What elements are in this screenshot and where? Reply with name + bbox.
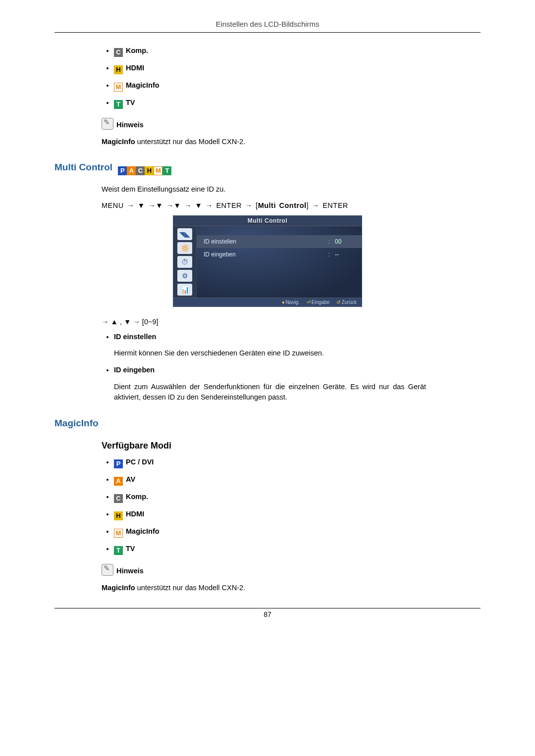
right-arrow-icon: →: [245, 202, 253, 209]
badge-h-icon: H: [114, 65, 123, 74]
mode-badge-strip: PACHMT: [118, 163, 171, 175]
note-bold: MagicInfo: [102, 138, 135, 146]
multi-intro: Weist dem Einstellungssatz eine ID zu.: [102, 184, 481, 195]
section-magicinfo: MagicInfo: [54, 418, 481, 429]
osd-row-value: --: [335, 251, 355, 258]
list-item: TTV: [114, 99, 481, 109]
right-arrow-icon: →: [184, 202, 192, 209]
page-number: 87: [54, 610, 481, 618]
osd-footer: ♦Navig. ⏎Eingabe ↺Zurück: [173, 298, 362, 306]
note-bold: MagicInfo: [102, 584, 135, 592]
badge-p-icon: P: [114, 459, 123, 468]
badge-a-icon: A: [114, 477, 123, 486]
osd-icon: ⚙: [177, 270, 192, 282]
list-item: MMagicInfo: [114, 527, 481, 538]
badge-m-icon: M: [114, 529, 123, 538]
note-text: MagicInfo unterstützt nur das Modell CXN…: [102, 137, 481, 147]
page-header: Einstellen des LCD-Bildschirms: [54, 20, 481, 31]
list-item: ID einstellen: [114, 333, 481, 341]
down-arrow-icon: ▼: [156, 202, 163, 209]
note-heading: Hinweis: [102, 564, 481, 576]
osd-back-icon: ↺: [336, 300, 340, 305]
osd-row: ID eingeben : --: [204, 248, 355, 261]
osd-enter-icon: ⏎: [307, 300, 311, 305]
osd-icon: 🔆: [177, 242, 192, 254]
mode-label: AV: [126, 475, 135, 483]
list-item: TTV: [114, 545, 481, 555]
note-text: MagicInfo unterstützt nur das Modell CXN…: [102, 583, 481, 593]
option-heading: ID eingeben: [114, 366, 155, 374]
list-item: ID eingeben: [114, 366, 481, 374]
path-multi-label: Multi Control: [258, 202, 307, 209]
badge-m-icon: M: [114, 83, 123, 92]
mode-label: TV: [126, 545, 135, 553]
badge-t-icon: T: [162, 166, 171, 175]
path-seg: ]: [307, 202, 309, 209]
badge-h-icon: H: [114, 511, 123, 520]
path-seg: ENTER: [216, 202, 242, 209]
note-icon: [102, 564, 113, 576]
osd-icon: 📊: [177, 284, 192, 296]
note-heading: Hinweis: [102, 118, 481, 130]
path-seg: MENU →: [102, 202, 134, 209]
osd-colon: :: [328, 238, 330, 245]
right-arrow-icon: →: [148, 202, 156, 209]
arrows-range-line: → ▲ , ▼ → [0~9]: [102, 318, 481, 326]
section-multi-control: Multi Control PACHMT: [54, 162, 481, 175]
mode-label: HDMI: [126, 510, 144, 518]
mode-label: MagicInfo: [126, 81, 160, 89]
osd-foot-label: Zurück: [341, 300, 357, 305]
osd-row-label: ID einstellen: [204, 238, 328, 245]
osd-icon: ⏱: [177, 256, 192, 268]
badge-h-icon: H: [145, 166, 154, 175]
right-arrow-icon: →: [206, 202, 213, 209]
rule-bottom: [54, 608, 481, 608]
option-text: Dient zum Auswählen der Senderfunktionen…: [114, 382, 426, 403]
modes-list-top: CKomp. HHDMI MMagicInfo TTV: [114, 47, 481, 109]
osd-row-label: ID eingeben: [204, 251, 328, 258]
note-rest: unterstützt nur das Modell CXN-2.: [135, 584, 245, 592]
list-item: CKomp.: [114, 47, 481, 57]
badge-t-icon: T: [114, 546, 123, 555]
osd-panel: Multi Control ◥◣ 🔆 ⏱ ⚙ 📊 ID einstellen :…: [173, 215, 362, 307]
badge-p-icon: P: [118, 166, 127, 175]
down-arrow-icon: ▼: [138, 202, 145, 209]
down-arrow-icon: ▼: [195, 202, 202, 209]
list-item: HHDMI: [114, 64, 481, 74]
osd-title: Multi Control: [173, 216, 362, 226]
option-text: Hiermit können Sie den verschiedenen Ger…: [114, 348, 426, 359]
note-label: Hinweis: [116, 121, 144, 129]
osd-row-value: 00: [335, 238, 355, 245]
list-item: AAV: [114, 475, 481, 486]
modes-list-bottom: PPC / DVI AAV CKomp. HHDMI MMagicInfo TT…: [114, 458, 481, 555]
list-item: HHDMI: [114, 510, 481, 520]
note-icon: [102, 118, 113, 130]
mode-label: Komp.: [126, 493, 148, 501]
rule-top: [54, 32, 481, 33]
down-arrow-icon: ▼: [174, 202, 181, 209]
section-title: Multi Control: [54, 162, 112, 172]
list-item: MMagicInfo: [114, 81, 481, 92]
option-heading: ID einstellen: [114, 333, 156, 341]
right-arrow-icon: →: [166, 202, 174, 209]
badge-c-icon: C: [114, 494, 123, 503]
right-arrow-icon: →: [312, 202, 320, 209]
mode-label: MagicInfo: [126, 527, 160, 535]
mode-label: TV: [126, 99, 135, 106]
note-rest: unterstützt nur das Modell CXN-2.: [135, 138, 245, 146]
path-seg: ENTER: [322, 202, 348, 209]
osd-nav-icon: ♦: [282, 300, 284, 305]
list-item: PPC / DVI: [114, 458, 481, 468]
osd-grid: ID einstellen : 00 ID eingeben : --: [196, 226, 362, 298]
menu-path: MENU → ▼ →▼ →▼ → ▼ → ENTER → [Multi Cont…: [102, 202, 481, 209]
badge-m-icon: M: [154, 166, 162, 175]
osd-icon: ◥◣: [177, 228, 192, 240]
badge-c-icon: C: [114, 48, 123, 57]
mode-label: PC / DVI: [126, 458, 154, 466]
badge-t-icon: T: [114, 100, 123, 109]
osd-foot-label: Eingabe: [312, 300, 330, 305]
badge-a-icon: A: [127, 166, 136, 175]
note-label: Hinweis: [116, 567, 144, 575]
multi-options: ID eingeben: [114, 366, 481, 374]
mode-label: Komp.: [126, 47, 148, 54]
